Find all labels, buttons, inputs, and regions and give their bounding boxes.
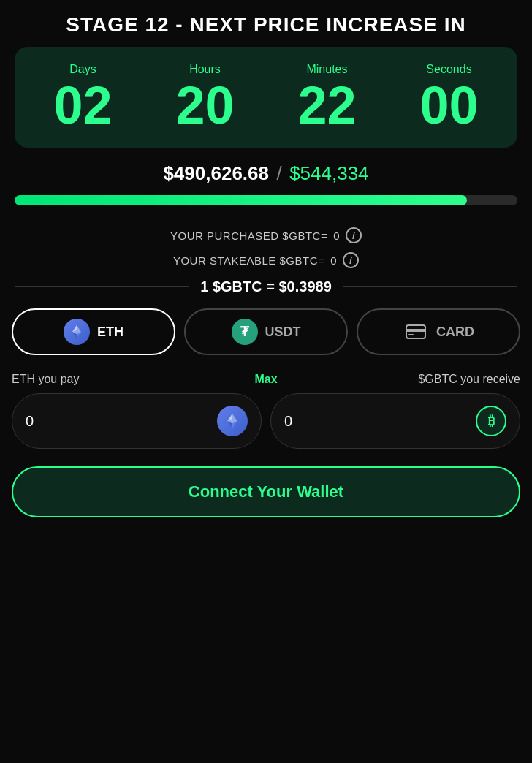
usdt-payment-button[interactable]: ₮ USDT — [184, 308, 348, 355]
hours-value: 20 — [175, 79, 234, 132]
max-button[interactable]: Max — [247, 373, 284, 386]
price-display: $490,626.68 / $544,334 — [15, 162, 517, 185]
card-label: CARD — [436, 324, 474, 340]
eth-input-icon — [217, 406, 248, 436]
card-payment-button[interactable]: CARD — [357, 308, 520, 355]
card-payment-icon — [403, 319, 429, 345]
stakeable-row: YOUR STAKEABLE $GBTC= 0 i — [15, 252, 517, 268]
input-section: ETH you pay Max $GBTC you receive 0 0 ₿ — [0, 373, 532, 449]
gbtc-input-label: $GBTC you receive — [285, 373, 520, 386]
header-banner: STAGE 12 - NEXT PRICE INCREASE IN — [0, 0, 532, 47]
usdt-label: USDT — [265, 324, 301, 340]
seconds-label: Seconds — [426, 63, 471, 76]
eth-payment-button[interactable]: ETH — [12, 308, 175, 355]
eth-input-value: 0 — [26, 413, 34, 430]
input-labels: ETH you pay Max $GBTC you receive — [12, 373, 520, 386]
stakeable-label: YOUR STAKEABLE $GBTC= — [173, 254, 324, 267]
days-value: 02 — [53, 79, 112, 132]
connect-wallet-button[interactable]: Connect Your Wallet — [12, 466, 520, 517]
seconds-unit: Seconds 00 — [419, 63, 478, 132]
purchased-label: YOUR PURCHASED $GBTC= — [170, 229, 327, 242]
input-fields: 0 0 ₿ — [12, 393, 520, 449]
current-price: $490,626.68 — [163, 162, 269, 184]
progress-bar-fill — [15, 195, 467, 205]
eth-label: ETH — [97, 324, 123, 340]
divider-left — [15, 286, 189, 287]
countdown-box: Days 02 Hours 20 Minutes 22 Seconds 00 — [15, 47, 517, 148]
hours-unit: Hours 20 — [175, 63, 234, 132]
stakeable-info-icon[interactable]: i — [343, 252, 359, 268]
eth-input-field[interactable]: 0 — [12, 393, 262, 449]
purchased-info-icon[interactable]: i — [346, 227, 362, 243]
minutes-label: Minutes — [306, 63, 347, 76]
svg-rect-5 — [406, 329, 425, 332]
exchange-rate: 1 $GBTC = $0.3989 — [200, 278, 332, 295]
gbtc-input-value: 0 — [284, 413, 292, 430]
stakeable-value: 0 — [330, 254, 337, 267]
price-separator: / — [276, 162, 281, 184]
page-title: STAGE 12 - NEXT PRICE INCREASE IN — [15, 13, 517, 37]
minutes-unit: Minutes 22 — [297, 63, 356, 132]
target-price: $544,334 — [289, 162, 368, 184]
gbtc-input-icon: ₿ — [476, 406, 506, 436]
purchased-value: 0 — [333, 229, 340, 242]
eth-input-label: ETH you pay — [12, 373, 247, 386]
progress-bar-container — [15, 195, 517, 205]
exchange-rate-row: 1 $GBTC = $0.3989 — [15, 278, 517, 295]
purchased-row: YOUR PURCHASED $GBTC= 0 i — [15, 227, 517, 243]
days-unit: Days 02 — [53, 63, 112, 132]
minutes-value: 22 — [297, 79, 356, 132]
seconds-value: 00 — [419, 79, 478, 132]
gbtc-input-field[interactable]: 0 ₿ — [270, 393, 520, 449]
svg-rect-6 — [408, 334, 414, 335]
usdt-icon: ₮ — [232, 319, 258, 345]
days-label: Days — [69, 63, 96, 76]
divider-right — [343, 286, 517, 287]
eth-icon — [64, 319, 90, 345]
info-rows: YOUR PURCHASED $GBTC= 0 i YOUR STAKEABLE… — [0, 227, 532, 268]
progress-section: $490,626.68 / $544,334 — [0, 148, 532, 227]
hours-label: Hours — [189, 63, 221, 76]
payment-options: ETH ₮ USDT CARD — [0, 308, 532, 355]
